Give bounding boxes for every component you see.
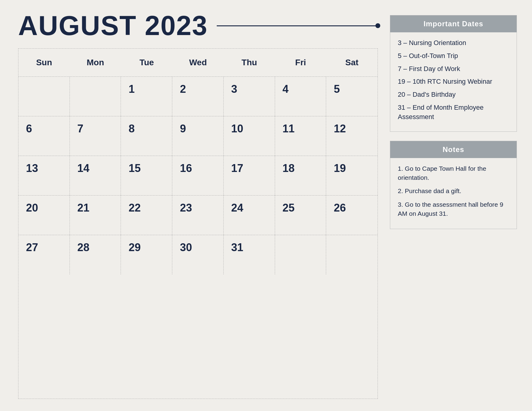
calendar-cell-4-3[interactable]: 30: [172, 235, 224, 274]
day-header-fri: Fri: [275, 49, 326, 76]
note-item-0: 1. Go to Cape Town Hall for the orientat…: [398, 164, 509, 183]
calendar: Sun Mon Tue Wed Thu Fri Sat 123456789101…: [18, 48, 378, 399]
day-header-thu: Thu: [224, 49, 275, 76]
calendar-cell-1-3[interactable]: 9: [172, 116, 224, 156]
important-date-item-5: 31 – End of Month Employee Assessment: [398, 103, 509, 122]
calendar-cell-1-4[interactable]: 10: [224, 116, 275, 156]
calendar-row-1: 6789101112: [18, 116, 378, 156]
calendar-cell-0-4[interactable]: 3: [224, 77, 275, 116]
calendar-cell-1-1[interactable]: 7: [70, 116, 121, 156]
calendar-cell-3-0[interactable]: 20: [18, 196, 70, 235]
day-number: 11: [283, 122, 295, 135]
right-panel: Important Dates 3 – Nursing Orientation5…: [390, 12, 517, 399]
calendar-row-2: 13141516171819: [18, 156, 378, 196]
day-number: 8: [128, 122, 135, 135]
day-number: 20: [26, 202, 38, 214]
calendar-cell-1-0[interactable]: 6: [18, 116, 70, 156]
day-number: 12: [334, 122, 346, 135]
day-number: 18: [283, 162, 295, 175]
calendar-row-0: 12345: [18, 77, 378, 116]
day-number: 23: [180, 202, 192, 214]
day-number: 3: [231, 83, 237, 95]
day-number: 26: [334, 202, 346, 214]
calendar-cell-4-0[interactable]: 27: [18, 235, 70, 274]
day-number: 15: [128, 162, 141, 175]
important-date-item-0: 3 – Nursing Orientation: [398, 38, 509, 48]
important-dates-box: Important Dates 3 – Nursing Orientation5…: [390, 15, 517, 132]
day-header-wed: Wed: [172, 49, 224, 76]
important-date-item-4: 20 – Dad's Birthday: [398, 90, 509, 99]
day-number: 9: [180, 122, 186, 135]
day-number: 7: [77, 122, 83, 135]
calendar-cell-0-5[interactable]: 4: [275, 77, 326, 116]
calendar-cell-4-4[interactable]: 31: [224, 235, 275, 274]
calendar-cell-4-2[interactable]: 29: [121, 235, 172, 274]
note-item-1: 2. Purchase dad a gift.: [398, 186, 509, 196]
calendar-weekdays-header: Sun Mon Tue Wed Thu Fri Sat: [18, 49, 378, 77]
day-header-mon: Mon: [70, 49, 121, 76]
day-number: 25: [283, 202, 295, 214]
calendar-cell-1-6[interactable]: 12: [326, 116, 378, 156]
day-number: 27: [26, 241, 38, 254]
day-number: 30: [180, 241, 192, 254]
calendar-cell-0-3[interactable]: 2: [172, 77, 224, 116]
day-number: 10: [231, 122, 243, 135]
calendar-cell-3-6[interactable]: 26: [326, 196, 378, 235]
calendar-cell-4-1[interactable]: 28: [70, 235, 121, 274]
important-date-item-3: 19 – 10th RTC Nursing Webinar: [398, 77, 509, 86]
calendar-header-section: AUGUST 2023: [18, 12, 378, 39]
calendar-cell-4-5[interactable]: [275, 235, 326, 274]
calendar-row-4: 2728293031: [18, 235, 378, 274]
header-line: [217, 25, 378, 26]
calendar-cell-0-6[interactable]: 5: [326, 77, 378, 116]
calendar-cell-3-2[interactable]: 22: [121, 196, 172, 235]
main-layout: AUGUST 2023 Sun Mon Tue Wed Thu Fri Sat …: [18, 12, 517, 399]
day-number: 13: [26, 162, 38, 175]
important-date-item-2: 7 – First Day of Work: [398, 64, 509, 74]
notes-header: Notes: [390, 141, 517, 158]
day-header-tue: Tue: [121, 49, 172, 76]
calendar-cell-3-5[interactable]: 25: [275, 196, 326, 235]
important-dates-content: 3 – Nursing Orientation5 – Out-of-Town T…: [390, 32, 517, 131]
calendar-row-3: 20212223242526: [18, 196, 378, 235]
note-item-2: 3. Go to the assessment hall before 9 AM…: [398, 200, 509, 218]
day-number: 24: [231, 202, 243, 214]
important-date-item-1: 5 – Out-of-Town Trip: [398, 51, 509, 61]
day-header-sun: Sun: [18, 49, 70, 76]
calendar-cell-2-1[interactable]: 14: [70, 156, 121, 195]
month-title: AUGUST 2023: [18, 12, 208, 39]
day-number: 21: [77, 202, 89, 214]
important-dates-header: Important Dates: [390, 15, 517, 32]
calendar-cell-2-0[interactable]: 13: [18, 156, 70, 195]
day-number: 16: [180, 162, 192, 175]
calendar-cell-1-5[interactable]: 11: [275, 116, 326, 156]
calendar-cell-1-2[interactable]: 8: [121, 116, 172, 156]
day-number: 22: [128, 202, 141, 214]
header-line-container: [217, 25, 378, 26]
calendar-cell-2-4[interactable]: 17: [224, 156, 275, 195]
calendar-cell-0-0[interactable]: [18, 77, 70, 116]
calendar-cell-0-1[interactable]: [70, 77, 121, 116]
day-number: 1: [128, 83, 135, 95]
day-number: 4: [283, 83, 289, 95]
day-number: 17: [231, 162, 243, 175]
day-number: 2: [180, 83, 186, 95]
calendar-cell-2-2[interactable]: 15: [121, 156, 172, 195]
day-number: 6: [26, 122, 32, 135]
calendar-cell-2-3[interactable]: 16: [172, 156, 224, 195]
calendar-cell-2-5[interactable]: 18: [275, 156, 326, 195]
day-number: 28: [77, 241, 89, 254]
day-number: 29: [128, 241, 141, 254]
day-number: 5: [334, 83, 340, 95]
calendar-cell-4-6[interactable]: [326, 235, 378, 274]
calendar-cell-3-1[interactable]: 21: [70, 196, 121, 235]
day-number: 19: [334, 162, 346, 175]
calendar-cell-3-4[interactable]: 24: [224, 196, 275, 235]
calendar-body: 1234567891011121314151617181920212223242…: [18, 77, 378, 274]
calendar-cell-2-6[interactable]: 19: [326, 156, 378, 195]
notes-content: 1. Go to Cape Town Hall for the orientat…: [390, 158, 517, 229]
day-header-sat: Sat: [326, 49, 378, 76]
calendar-cell-0-2[interactable]: 1: [121, 77, 172, 116]
calendar-cell-3-3[interactable]: 23: [172, 196, 224, 235]
day-number: 31: [231, 241, 243, 254]
